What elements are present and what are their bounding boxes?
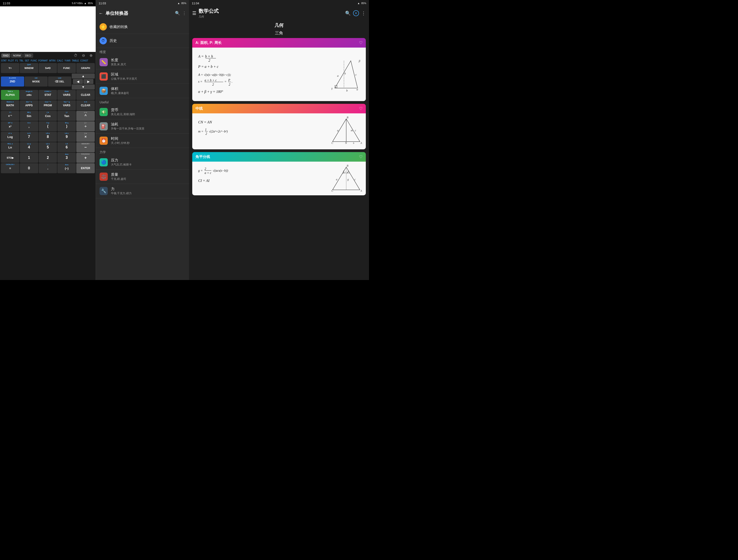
btn-neg[interactable]: Ans (−): [57, 163, 76, 173]
btn-decimal[interactable]: : .: [39, 163, 57, 173]
conv-area[interactable]: ⬛ 区域 公顷,平方米,平方英尺: [96, 69, 189, 84]
btn-apps[interactable]: Sin⁻¹ e APPS: [20, 100, 38, 110]
btn-0[interactable]: 0: [20, 163, 38, 173]
btn-vars-row3[interactable]: Distr VARS: [57, 90, 76, 100]
btn-stat-sub: CONV c: [44, 90, 51, 92]
menu-const[interactable]: CONST: [79, 59, 89, 62]
btn-math[interactable]: Matrix d MATH: [1, 100, 19, 110]
menu-mtrx[interactable]: MTRX: [48, 59, 56, 62]
btn-clear2[interactable]: π h CLEAR: [76, 100, 95, 110]
svg-text:a + c: a + c: [205, 171, 212, 174]
conv-currency[interactable]: 💵 货币 美元,欧元,英镑,瑞郎: [96, 105, 189, 119]
btn-ln[interactable]: RCL x Ln: [1, 142, 19, 152]
mode-deci[interactable]: DECI: [23, 53, 33, 58]
btn-xtthetan[interactable]: Angle b xtθn: [20, 90, 38, 100]
btn-7[interactable]: L4 t 7: [20, 132, 38, 142]
svg-text:.: .: [232, 80, 233, 83]
history-item[interactable]: ⏱ 历史: [96, 34, 189, 48]
btn-math-sub: Matrix d: [7, 101, 14, 103]
calc-history-icon[interactable]: ⏱: [72, 53, 79, 58]
btn-clear[interactable]: CLEAR: [76, 90, 95, 100]
conv-mass[interactable]: ⚖️ 质量 千克,磅,盎司: [96, 169, 189, 184]
more-icon-converter[interactable]: ⋮: [182, 11, 186, 16]
btn-3[interactable]: Ans 3: [57, 153, 76, 163]
mode-rad[interactable]: RAD: [1, 53, 10, 58]
btn-stat[interactable]: CONV c STAT: [39, 90, 57, 100]
heart-median[interactable]: ♡: [359, 106, 363, 111]
heart-triangle[interactable]: ♡: [359, 40, 363, 45]
more-icon-formulas[interactable]: ⋮: [361, 10, 366, 16]
menu-tbl[interactable]: TBL: [19, 59, 24, 62]
conv-pressure[interactable]: 🔵 压力 大气压,巴,帕斯卡: [96, 155, 189, 169]
btn-cos[interactable]: { k Cos: [39, 111, 57, 121]
menu-set[interactable]: SET: [24, 59, 30, 62]
btn-log[interactable]: eⁿ s Log: [1, 132, 19, 142]
btn-vars[interactable]: Tan⁻¹ g VARS: [57, 100, 76, 110]
btn-1[interactable]: 1: [20, 153, 38, 163]
btn-comma[interactable]: U o ,: [20, 121, 38, 131]
btn-multiply[interactable]: ] w ×: [76, 132, 95, 142]
btn-catalog[interactable]: CATALOG i ≡: [1, 163, 19, 173]
btn-sin[interactable]: EE j Sin: [20, 111, 38, 121]
btn-close-paren[interactable]: W q ): [57, 121, 76, 131]
menu-button-formulas[interactable]: ☰: [192, 10, 197, 16]
menu-stat[interactable]: STAT: [0, 59, 7, 62]
menu-calc[interactable]: CALC: [56, 59, 64, 62]
btn-enter[interactable]: ENTER: [76, 163, 95, 173]
btn-down[interactable]: ▼: [72, 84, 95, 89]
conv-volume[interactable]: 📦 体积 桶,升,液体盎司: [96, 84, 189, 98]
btn-mode[interactable]: n/d MODE: [25, 76, 48, 86]
formula-card-bisector: 角平分线 ♡ g = 2 a + c √(acs(s−b)) CI = AI: [192, 152, 366, 195]
back-button[interactable]: ←: [99, 11, 103, 16]
btn-s-d[interactable]: S⇌D: [39, 63, 57, 73]
btn-6[interactable]: L3 6: [57, 142, 76, 152]
btn-right[interactable]: ▶: [83, 79, 93, 84]
btn-8[interactable]: L5 u 8: [39, 132, 57, 142]
menu-f1[interactable]: F1: [15, 59, 19, 62]
calc-plus-icon[interactable]: ⊕: [88, 53, 94, 58]
btn-up[interactable]: ▲: [72, 73, 95, 78]
btn-5[interactable]: L2 z 5: [39, 142, 57, 152]
btn-9[interactable]: L6 v 9: [57, 132, 76, 142]
btn-left[interactable]: ◀: [73, 79, 83, 84]
search-icon-converter[interactable]: 🔍: [175, 11, 180, 16]
btn-power[interactable]: e m ^: [76, 111, 95, 121]
menu-yvar[interactable]: YVAR: [64, 59, 71, 62]
mode-norm[interactable]: NORM: [11, 53, 23, 58]
btn-window[interactable]: Quit WINDW: [20, 63, 38, 73]
btn-y-equals[interactable]: Y=: [1, 63, 19, 73]
btn-alpha[interactable]: Test a ALPHA: [1, 90, 19, 100]
conv-force[interactable]: 🔧 力 牛顿,千克力,磅力: [96, 184, 189, 198]
calculator-keypad: Y= Quit WINDW S⇌D FUNC GRAPH A-LOCK 2ND …: [0, 62, 96, 280]
btn-subtract[interactable]: MEMORY −: [76, 142, 95, 152]
btn-tan[interactable]: } l Tan: [57, 111, 76, 121]
btn-add[interactable]: EntrySolve +: [76, 153, 95, 163]
btn-x-squared[interactable]: 10ˣ n x²: [1, 121, 19, 131]
menu-table[interactable]: TABLE: [71, 59, 79, 62]
heart-bisector[interactable]: ♡: [359, 154, 363, 159]
menu-format[interactable]: FORMAT: [38, 59, 48, 62]
close-search-button[interactable]: ✕: [353, 10, 359, 16]
conv-time[interactable]: ⏰ 时间 天,小时,分钟,秒: [96, 134, 189, 148]
svg-text:2: 2: [205, 167, 206, 170]
status-right-formulas: ▲ 85%: [357, 2, 366, 5]
btn-func[interactable]: FUNC: [57, 63, 76, 73]
btn-open-paren[interactable]: V p (: [39, 121, 57, 131]
search-icon-formulas[interactable]: 🔍: [345, 10, 351, 16]
conv-length[interactable]: 📏 长度 英里,米,英尺: [96, 55, 189, 69]
menu-func[interactable]: FUNC: [30, 59, 38, 62]
btn-prgm[interactable]: Cos⁻¹ f PRGM: [39, 100, 57, 110]
calc-minus-icon[interactable]: ⊖: [80, 53, 87, 58]
favorites-item[interactable]: ⭐ 收藏的转换: [96, 20, 189, 34]
btn-4[interactable]: L1 y 4: [20, 142, 38, 152]
btn-x-inverse[interactable]: √ i x⁻¹: [1, 111, 19, 121]
btn-2[interactable]: 2: [39, 153, 57, 163]
conv-area-text: 区域 公顷,平方米,平方英尺: [111, 72, 137, 81]
btn-divide[interactable]: [ r ÷: [76, 121, 95, 131]
btn-del[interactable]: List ⌫ DEL: [48, 76, 71, 86]
btn-sto[interactable]: STO▶: [1, 153, 19, 163]
btn-graph[interactable]: GRAPH: [76, 63, 95, 73]
btn-2nd[interactable]: A-LOCK 2ND: [1, 76, 24, 86]
menu-plot[interactable]: PLOT: [7, 59, 15, 62]
conv-fuel[interactable]: ⛽ 油耗 升每一百千米,升每一百英里: [96, 119, 189, 134]
